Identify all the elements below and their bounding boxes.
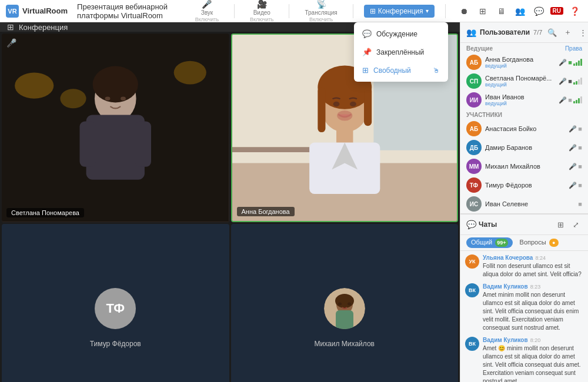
users-icon: 👥 — [466, 28, 476, 37]
app-name: VirtualRoom — [22, 6, 68, 15]
mic-icon-damir: 🎤 — [569, 144, 577, 152]
add-user-button[interactable]: ＋ — [561, 26, 574, 39]
free-icon: ⊞ — [362, 66, 369, 75]
msg-text-1: Follit non deserunt ullamco est sit aliq… — [483, 262, 583, 279]
language-badge: RU — [550, 7, 563, 15]
broadcast-icon: 📡 — [316, 0, 326, 9]
user-row-mikhail[interactable]: ММ Михаил Михайлов 🎤 ■ — [460, 157, 588, 176]
chat-icon: 💬 — [466, 220, 476, 229]
chat-panel-header: 💬 Чаты ⊞ ⤢ — [460, 215, 588, 235]
video-toggle-button[interactable]: 🎥 Видео Включить — [245, 0, 278, 24]
svg-point-9 — [105, 96, 111, 100]
search-users-button[interactable]: 🔍 — [546, 26, 559, 39]
chat-expand-button[interactable]: ⤢ — [569, 218, 582, 231]
chat-message-3: ВК Вадим Куликов 8:20 Amet 😊 minim molli… — [465, 337, 583, 382]
user-info-timur: Тимур Фёдоров — [485, 182, 565, 189]
grid-view-button[interactable]: ⊞ — [475, 4, 490, 19]
svg-rect-19 — [364, 88, 372, 126]
tab-general[interactable]: Общий 99+ — [466, 237, 513, 248]
chat-settings-button[interactable]: ⊞ — [554, 218, 567, 231]
pin-icon: 📌 — [362, 48, 372, 56]
user-row-damir[interactable]: ДБ Дамир Баранов 🎤 ■ — [460, 138, 588, 157]
topbar: VR VirtualRoom Презентация вебинарной пл… — [0, 0, 588, 22]
msg-avatar-3: ВК — [465, 337, 479, 351]
screen-share-button[interactable]: 🖥 — [494, 4, 509, 19]
user-icons-anastasia: 🎤 ■ — [569, 125, 582, 133]
chat-tabs: Общий 99+ Вопросы ● — [460, 235, 588, 251]
right-sidebar: 👥 Пользователи 7/7 🔍 ＋ ⋮ Ведущие Права А… — [460, 22, 588, 382]
user-name-ivan-host: Иван Иванов — [485, 93, 555, 100]
mikhail-placeholder: Михаил Михайлов — [231, 224, 459, 382]
user-info-ivan-member: Иван Селевне — [485, 200, 574, 207]
timur-placeholder: ТФ Тимур Фёдоров — [2, 224, 229, 382]
cam-icon-ivan-member: ■ — [578, 200, 582, 207]
dropdown-item-pinned[interactable]: 📌 Закреплённый — [354, 43, 448, 61]
name-timur: Тимур Фёдоров — [90, 340, 141, 348]
users-settings-button[interactable]: ⋮ — [576, 26, 588, 39]
user-icons-ivan: 🎤 ■ — [559, 96, 582, 104]
svg-point-30 — [348, 303, 351, 306]
user-row-svetlana-host[interactable]: СП Светлана Пономарё... ведущий 🎤 ■ — [460, 72, 588, 91]
chat-button[interactable]: 💬 — [532, 4, 547, 19]
user-name-svetlana-host: Светлана Пономарё... — [485, 75, 555, 82]
dropdown-item-free[interactable]: ⊞ Свободный 🖱 — [354, 61, 448, 79]
msg-avatar-2: ВК — [465, 283, 479, 297]
users-panel-header: 👥 Пользователи 7/7 🔍 ＋ ⋮ — [460, 22, 588, 43]
mute-icon-svetlana: 🎤 — [6, 38, 16, 48]
conference-label: Конференция — [378, 7, 423, 15]
bar-1 — [573, 63, 575, 66]
broadcast-toggle-button[interactable]: 📡 Трансляция Включить — [300, 0, 342, 24]
dropdown-item-discussion[interactable]: 💬 Обсуждение — [354, 25, 448, 43]
avatar-mikhail-list: ММ — [466, 159, 482, 174]
msg-time-3: 8:20 — [530, 337, 541, 343]
msg-header-1: Ульяна Кочерова 8:24 — [483, 254, 583, 261]
chat-messages: УК Ульяна Кочерова 8:24 Follit non deser… — [460, 251, 588, 382]
msg-body-1: Ульяна Кочерова 8:24 Follit non deserunt… — [483, 254, 583, 279]
record-button[interactable]: ⏺ — [456, 4, 472, 19]
dropdown-label-pinned: Закреплённый — [376, 48, 424, 56]
separator-2 — [289, 4, 289, 18]
user-info-damir: Дамир Баранов — [485, 144, 565, 151]
name-badge-anna: Анна Богданова — [237, 207, 295, 216]
user-name-damir: Дамир Баранов — [485, 144, 565, 151]
user-role-svetlana-host: ведущий — [485, 82, 555, 88]
cam-icon-damir: ■ — [578, 144, 582, 151]
user-role-anna-host: ведущий — [485, 63, 555, 69]
separator-4 — [445, 4, 446, 18]
cam-icon-ivan: ■ — [568, 96, 572, 103]
user-row-ivan-host[interactable]: ИИ Иван Иванов ведущий 🎤 ■ — [460, 91, 588, 109]
users-button[interactable]: 👥 — [513, 4, 528, 19]
help-button[interactable]: ❓ — [567, 4, 582, 19]
msg-text-3: Amet 😊 minim mollit non deserunt ullamco… — [483, 344, 583, 382]
user-row-timur[interactable]: ТФ Тимур Фёдоров 🎤 ■ — [460, 176, 588, 195]
cam-active-icon: ■ — [568, 59, 572, 66]
video-icon: 🎥 — [257, 0, 267, 9]
logo-icon: VR — [6, 5, 19, 18]
bar-4 — [580, 78, 582, 85]
signal-bars-ivan — [573, 96, 582, 103]
video-sublabel: Включить — [250, 16, 273, 22]
user-name-mikhail: Михаил Михайлов — [485, 163, 565, 170]
svg-point-27 — [335, 294, 354, 308]
audio-toggle-button[interactable]: 🎤 Звук Включить — [191, 0, 223, 24]
broadcast-sublabel: Включить — [309, 16, 333, 22]
hosts-section-header: Ведущие Права — [460, 43, 588, 53]
user-row-ivan-member[interactable]: ИС Иван Селевне ■ — [460, 195, 588, 213]
user-row-anastasia[interactable]: АБ Анастасия Бойко 🎤 ■ — [460, 119, 588, 138]
discussion-icon: 💬 — [362, 29, 372, 38]
bar-2 — [576, 62, 577, 66]
users-panel-title: Пользователи — [480, 28, 530, 36]
user-icons-damir: 🎤 ■ — [569, 144, 582, 152]
chat-message-1: УК Ульяна Кочерова 8:24 Follit non deser… — [465, 254, 583, 279]
user-row-anna-host[interactable]: АБ Анна Богданова ведущий 🎤 ■ — [460, 53, 588, 72]
users-panel-actions: 🔍 ＋ ⋮ — [546, 26, 588, 39]
cam-icon-svetlana: ■ — [568, 78, 572, 85]
mic-icon-ivan: 🎤 — [559, 96, 567, 104]
audio-sublabel: Включить — [195, 16, 219, 22]
mikhail-avatar — [324, 288, 365, 329]
user-role-ivan-host: ведущий — [485, 100, 555, 106]
tab-questions[interactable]: Вопросы ● — [515, 237, 563, 248]
user-name-timur: Тимур Фёдоров — [485, 182, 565, 189]
conference-button[interactable]: ⊞ Конференция ▾ — [364, 5, 435, 18]
avatar-svetlana-host: СП — [466, 73, 482, 89]
